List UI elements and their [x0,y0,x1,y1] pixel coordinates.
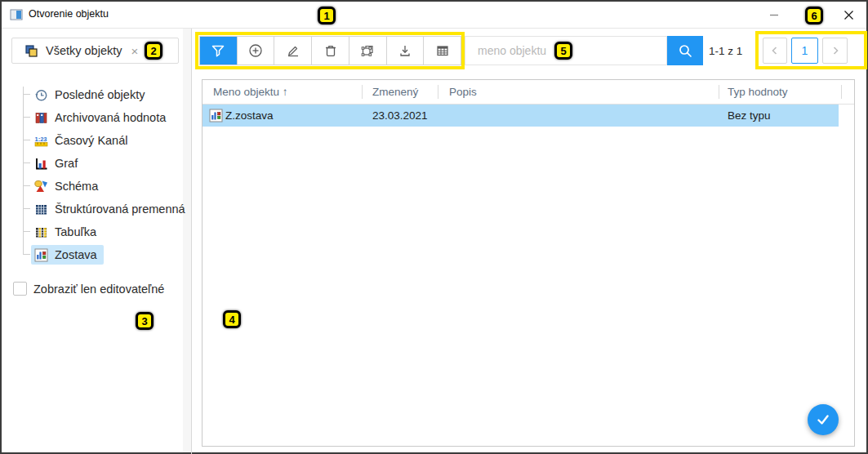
sidebar-item-label: Schéma [55,180,98,193]
column-header-zmeneny[interactable]: Zmenený [372,80,418,105]
filter-chip-all-objects[interactable]: Všetky objekty × [11,38,179,64]
download-button[interactable] [386,37,424,65]
filter-icon [211,43,225,58]
sidebar-item-tabulka[interactable]: Tabuľka [34,222,96,242]
tree-line [23,87,24,255]
check-icon [814,411,832,429]
sidebar-item-zostava[interactable]: Zostava [31,245,104,265]
chevron-left-icon [770,46,780,56]
structured-variable-icon [34,203,48,216]
time-channel-icon: 1:23 [34,134,48,148]
sidebar-scrollbar[interactable] [183,29,191,452]
sidebar-item-label: Graf [55,157,78,170]
tree-tick [23,254,30,255]
column-separator [719,85,719,99]
column-header-meno-objektu[interactable]: Meno objektu ↑ [213,80,288,105]
sidebar-item-archivovana-hodnota[interactable]: Archivovaná hodnota [34,108,166,127]
sidebar-item-label: Tabuľka [55,225,96,238]
annotation-marker-3: 3 [136,312,154,330]
grid-view-button[interactable] [423,37,461,65]
cell-value-type: Bez typu [728,105,771,127]
minimize-icon [769,10,779,20]
add-button[interactable] [237,37,274,65]
cell-changed-date: 23.03.2021 [372,105,428,127]
sidebar-divider [191,29,192,454]
column-header-popis[interactable]: Popis [449,80,477,105]
window-title: Otvorenie objektu [29,2,109,27]
column-header-typ-hodnoty[interactable]: Typ hodnoty [728,80,788,105]
sidebar-item-label: Časový Kanál [55,134,127,147]
tree-tick [23,231,30,232]
search-button[interactable] [667,36,703,65]
close-icon [844,10,854,20]
search-input[interactable] [465,36,667,65]
pagination-range: 1-1 z 1 [709,36,742,65]
delete-icon [323,43,338,58]
tree-tick [23,140,30,140]
sidebar-item-label: Štruktúrovaná premenná [55,203,185,216]
transform-icon [360,43,375,58]
report-icon [34,248,48,262]
sidebar-item-casovy-kanal[interactable]: 1:23 Časový Kanál [34,131,127,150]
objects-table: Meno objektu ↑ Zmenený Popis Typ hodnoty… [202,79,855,447]
graph-icon [34,157,48,171]
sidebar-item-label: Posledné objekty [55,88,145,101]
tree-tick [23,117,30,118]
sidebar-item-graf[interactable]: Graf [34,154,78,173]
chevron-right-icon [830,46,840,56]
tree-tick [23,208,30,209]
search-icon [678,43,693,59]
titlebar: Otvorenie objektu [2,2,866,28]
table-row[interactable]: Z.zostava 23.03.2021 Bez typu [203,105,839,127]
cell-object-name: Z.zostava [225,105,274,127]
tree-tick [23,185,30,186]
minimize-button[interactable] [760,2,788,28]
sidebar-item-schema[interactable]: Schéma [34,176,98,196]
column-separator [362,85,363,99]
toolbar [199,36,461,65]
column-separator [438,85,438,99]
dialog-window: Otvorenie objektu Všetky objekty × Posle… [0,0,868,454]
sidebar-item-label: Archivovaná hodnota [55,111,166,124]
editable-only-checkbox-row: Zobraziť len editovateľné [13,282,164,296]
add-icon [248,43,263,58]
grid-icon [435,43,450,58]
filter-button[interactable] [200,37,237,65]
window-icon [10,8,23,21]
close-button[interactable] [835,2,862,28]
download-icon [398,43,412,58]
pagination-prev-button[interactable] [763,38,787,64]
column-separator [841,85,842,99]
all-objects-icon [24,44,38,58]
edit-icon [286,43,300,58]
table-grid-icon [34,225,48,239]
archived-value-icon [34,111,48,125]
table-header: Meno objektu ↑ Zmenený Popis Typ hodnoty [203,80,854,105]
sidebar-item-strukturovana-premenna[interactable]: Štruktúrovaná premenná [34,199,185,219]
pagination-page-button[interactable]: 1 [791,38,818,64]
sort-ascending-icon: ↑ [283,86,288,98]
sidebar-item-posledne-objekty[interactable]: Posledné objekty [34,85,145,105]
confirm-button[interactable] [808,404,839,435]
filter-chip-label: Všetky objekty [46,44,122,57]
edit-button[interactable] [274,37,311,65]
transform-button[interactable] [349,37,386,65]
sidebar-item-label: Zostava [55,248,97,261]
editable-only-label: Zobraziť len editovateľné [33,283,164,296]
editable-only-checkbox[interactable] [13,282,27,296]
tree-tick [23,94,30,95]
titlebar-separator [2,28,866,29]
tree-tick [23,162,30,163]
delete-button[interactable] [311,37,349,65]
report-icon [209,109,223,122]
chip-remove-icon[interactable]: × [131,44,139,58]
schema-icon [34,180,48,194]
pagination-next-button[interactable] [822,38,848,64]
svg-text:1:23: 1:23 [35,136,47,143]
history-icon [34,88,48,102]
